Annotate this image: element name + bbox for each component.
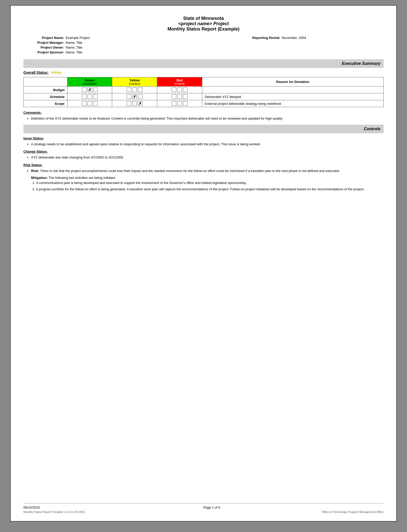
footer-main: 06/10/2010 Page 1 of 5 <box>23 506 384 509</box>
risk-status-section: Risk Status: Risk: There is risk that th… <box>23 163 384 192</box>
footer-page: Page 1 of 5 <box>203 506 220 509</box>
th-yellow: Yellow (Caution) <box>112 77 157 87</box>
project-name-label: Project Name: <box>23 36 64 40</box>
budget-label: Budget <box>24 87 67 93</box>
cb-by1 <box>127 88 131 92</box>
project-manager-row: Project Manager: Name, Title <box>23 41 240 45</box>
schedule-red <box>157 93 202 100</box>
comments-label: Comments: <box>23 111 384 114</box>
cb-scg3 <box>93 101 98 106</box>
issue-status-label: Issue Status: <box>23 136 384 140</box>
cb-scr3 <box>183 101 187 106</box>
controls-header: Controls <box>23 125 384 133</box>
cb-br1 <box>172 88 176 92</box>
mitigation-list: A communications plan is being developed… <box>36 180 384 192</box>
overall-status-label: Overall Status: <box>23 70 49 75</box>
executive-summary-header: Executive Summary <box>23 59 384 68</box>
title-line1: State of Minnesota <box>23 16 384 21</box>
cb-sy1 <box>127 94 131 99</box>
project-manager-value: Name, Title <box>66 41 82 45</box>
reporting-period-row: Reporting Period: November, 2004 <box>240 36 384 40</box>
project-owner-value: Name, Title <box>66 46 82 49</box>
cb-scg1 <box>82 101 86 106</box>
footer-sub: Monthly Status Report Template v 2.0 11.… <box>23 510 384 513</box>
comments-section: Comments: Definition of the XYZ delivera… <box>23 111 384 121</box>
cb-scy3: ✗ <box>138 101 142 106</box>
schedule-green <box>67 93 112 100</box>
cb-br3 <box>183 88 187 92</box>
mitigation-bold-label: Mitigation: <box>31 176 48 180</box>
scope-green <box>67 100 112 107</box>
table-empty-header <box>24 77 67 87</box>
cb-scg2 <box>88 101 92 106</box>
executive-summary-title: Executive Summary <box>342 61 381 66</box>
table-row-scope: Scope ✗ <box>24 100 384 107</box>
budget-green: ✗ <box>67 87 112 93</box>
scope-green-checkboxes <box>69 101 110 106</box>
cb-sg1 <box>82 94 86 99</box>
issue-status-section: Issue Status: A strategy needs to be est… <box>23 136 384 147</box>
project-info-right: Reporting Period: November, 2004 <box>240 36 384 55</box>
project-owner-label: Project Owner: <box>23 46 64 49</box>
project-info-left: Project Name: Example Project Project Ma… <box>23 36 240 55</box>
risk-bold-label: Risk: <box>31 169 39 173</box>
cb-bg3 <box>93 88 98 92</box>
risk-status-list: Risk: There is risk that the project acc… <box>31 168 384 174</box>
project-sponsor-row: Project Sponsor: Name, Title <box>23 50 240 54</box>
budget-red-checkboxes <box>159 88 200 92</box>
scope-reason: External project deliverable strategy be… <box>202 100 383 107</box>
risk-status-label: Risk Status: <box>23 163 384 167</box>
th-green: Green (Controlled) <box>67 77 112 87</box>
cb-sr1 <box>172 94 176 99</box>
issue-status-item: A strategy needs to be established and a… <box>31 142 384 147</box>
title-line2: <project name> Project <box>23 21 384 26</box>
schedule-red-checkboxes <box>159 94 200 99</box>
table-row-schedule: Schedule ✗ <box>24 93 384 100</box>
controls-title: Controls <box>364 127 381 131</box>
cb-bg1 <box>82 88 86 92</box>
cb-br2 <box>177 88 182 92</box>
issue-status-list: A strategy needs to be established and a… <box>31 142 384 147</box>
cb-sr2 <box>177 94 182 99</box>
budget-yellow <box>112 87 157 93</box>
scope-yellow: ✗ <box>112 100 157 107</box>
budget-reason <box>202 87 383 93</box>
budget-yellow-checkboxes <box>114 88 155 92</box>
footer-date: 06/10/2010 <box>23 506 40 509</box>
page: State of Minnesota <project name> Projec… <box>10 5 397 522</box>
change-status-label: Change Status: <box>23 150 384 153</box>
schedule-green-checkboxes <box>69 94 110 99</box>
mitigation-item-2: A program portfolio for the follow-on ef… <box>36 187 384 192</box>
cb-sg2 <box>88 94 92 99</box>
cb-scy1 <box>127 101 131 106</box>
cb-sg3 <box>93 94 98 99</box>
mitigation-item-1: A communications plan is being developed… <box>36 180 384 185</box>
scope-red-checkboxes <box>159 101 200 106</box>
cb-by3 <box>138 88 142 92</box>
budget-green-checkboxes: ✗ <box>69 88 110 92</box>
schedule-reason: Deliverable XYZ delayed <box>202 93 383 100</box>
cb-scr2 <box>177 101 182 106</box>
footer: 06/10/2010 Page 1 of 5 Monthly Status Re… <box>23 503 384 513</box>
th-red: Red (Critical) <box>157 77 202 87</box>
change-status-item: XYZ deliverable due date changing from 3… <box>31 155 384 160</box>
project-info: Project Name: Example Project Project Ma… <box>23 36 384 55</box>
scope-red <box>157 100 202 107</box>
risk-text: There is risk that the project accomplis… <box>39 169 340 173</box>
project-manager-label: Project Manager: <box>23 41 64 45</box>
reporting-period-label: Reporting Period: <box>240 36 280 40</box>
comments-list: Definition of the XYZ deliverable needs … <box>31 116 384 121</box>
footer-office-sub: Office of Technology Program Management … <box>322 510 384 513</box>
schedule-yellow-checkboxes: ✗ <box>114 94 155 99</box>
mitigation-intro: The following two activities are being i… <box>48 176 116 180</box>
cb-scr1 <box>172 101 176 106</box>
budget-red <box>157 87 202 93</box>
footer-template: Monthly Status Report Template v 2.0 11.… <box>23 510 85 513</box>
risk-item: Risk: There is risk that the project acc… <box>31 168 384 174</box>
th-reason: Reason for Deviation <box>202 77 383 87</box>
project-sponsor-value: Name, Title <box>66 50 82 54</box>
cb-scy2 <box>132 101 137 106</box>
table-row-budget: Budget ✗ <box>24 87 384 93</box>
change-status-section: Change Status: XYZ deliverable due date … <box>23 150 384 160</box>
reporting-period-value: November, 2004 <box>282 36 306 40</box>
